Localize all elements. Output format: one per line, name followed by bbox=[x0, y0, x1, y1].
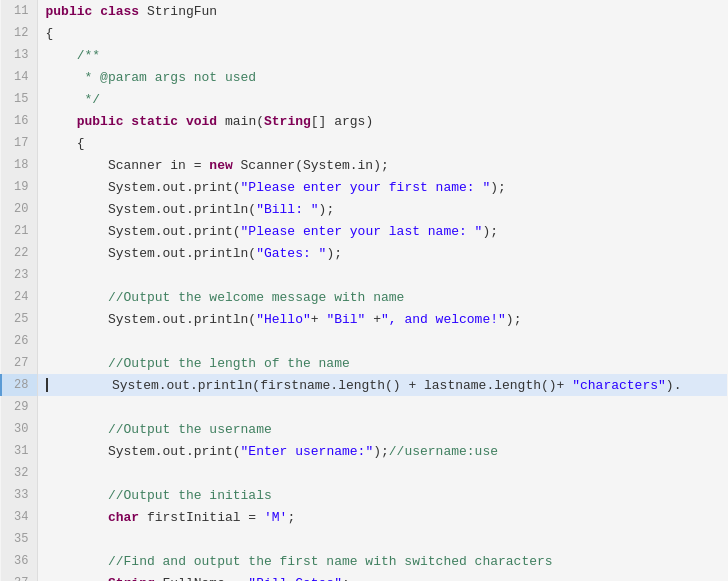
code-table: 11public class StringFun12{13 /**14 * @p… bbox=[0, 0, 728, 581]
code-token: ); bbox=[482, 224, 498, 239]
code-token: ); bbox=[373, 444, 389, 459]
table-row: 12{ bbox=[1, 22, 727, 44]
code-token: .out.print( bbox=[155, 224, 241, 239]
table-row: 16 public static void main(String[] args… bbox=[1, 110, 727, 132]
code-token: FullName = bbox=[155, 576, 249, 582]
line-number: 14 bbox=[1, 66, 37, 88]
line-content: System.out.println("Gates: "); bbox=[37, 242, 727, 264]
code-token: class bbox=[100, 4, 139, 19]
table-row: 18 Scanner in = new Scanner(System.in); bbox=[1, 154, 727, 176]
code-token: Scanner( bbox=[233, 158, 303, 173]
code-token: "characters" bbox=[572, 378, 666, 393]
code-token: * @param args not used bbox=[85, 70, 257, 85]
code-token: StringFun bbox=[139, 4, 217, 19]
code-token: .out.println( bbox=[155, 312, 256, 327]
table-row: 11public class StringFun bbox=[1, 0, 727, 22]
line-content bbox=[37, 330, 727, 352]
code-token: "Enter username:" bbox=[241, 444, 374, 459]
table-row: 22 System.out.println("Gates: "); bbox=[1, 242, 727, 264]
code-token: char bbox=[108, 510, 139, 525]
line-number: 23 bbox=[1, 264, 37, 286]
code-token: System bbox=[108, 224, 155, 239]
code-token bbox=[46, 114, 77, 129]
table-row: 33 //Output the initials bbox=[1, 484, 727, 506]
line-content: //Output the initials bbox=[37, 484, 727, 506]
code-token: ; bbox=[342, 576, 350, 582]
line-content: System.out.print("Please enter your firs… bbox=[37, 176, 727, 198]
code-token: System bbox=[108, 312, 155, 327]
code-token bbox=[92, 4, 100, 19]
line-content: */ bbox=[37, 88, 727, 110]
code-token bbox=[46, 312, 108, 327]
code-token bbox=[46, 224, 108, 239]
line-content: { bbox=[37, 132, 727, 154]
code-token: "Please enter your last name: " bbox=[241, 224, 483, 239]
table-row: 17 { bbox=[1, 132, 727, 154]
code-token: ); bbox=[326, 246, 342, 261]
line-number: 29 bbox=[1, 396, 37, 418]
line-content: //Output the welcome message with name bbox=[37, 286, 727, 308]
code-token: .out.print( bbox=[155, 444, 241, 459]
code-token bbox=[46, 246, 108, 261]
code-token: "Bil" bbox=[326, 312, 365, 327]
table-row: 30 //Output the username bbox=[1, 418, 727, 440]
line-number: 37 bbox=[1, 572, 37, 581]
line-number: 11 bbox=[1, 0, 37, 22]
code-token bbox=[46, 180, 108, 195]
line-number: 36 bbox=[1, 550, 37, 572]
line-number: 34 bbox=[1, 506, 37, 528]
table-row: 37 String FullName = "Bill Gates"; bbox=[1, 572, 727, 581]
code-token: .in); bbox=[350, 158, 389, 173]
table-row: 13 /** bbox=[1, 44, 727, 66]
code-token: "Hello" bbox=[256, 312, 311, 327]
table-row: 35 bbox=[1, 528, 727, 550]
line-number: 16 bbox=[1, 110, 37, 132]
code-token: void bbox=[186, 114, 217, 129]
code-token: System bbox=[108, 444, 155, 459]
code-token: /** bbox=[77, 48, 100, 63]
table-row: 32 bbox=[1, 462, 727, 484]
line-number: 18 bbox=[1, 154, 37, 176]
code-token bbox=[46, 444, 108, 459]
code-token bbox=[46, 488, 108, 503]
line-content: /** bbox=[37, 44, 727, 66]
code-token: ). bbox=[666, 378, 682, 393]
code-token: System bbox=[108, 202, 155, 217]
line-number: 17 bbox=[1, 132, 37, 154]
line-number: 28 bbox=[1, 374, 37, 396]
code-token bbox=[50, 378, 112, 393]
code-editor: 11public class StringFun12{13 /**14 * @p… bbox=[0, 0, 728, 581]
code-token bbox=[46, 422, 108, 437]
table-row: 21 System.out.print("Please enter your l… bbox=[1, 220, 727, 242]
code-token: System bbox=[108, 246, 155, 261]
code-token: //Output the initials bbox=[108, 488, 272, 503]
code-token: "Gates: " bbox=[256, 246, 326, 261]
code-token: //Output the welcome message with name bbox=[108, 290, 404, 305]
line-content: System.out.println("Bill: "); bbox=[37, 198, 727, 220]
code-token: { bbox=[46, 136, 85, 151]
code-token: //Output the username bbox=[108, 422, 272, 437]
code-token: main( bbox=[217, 114, 264, 129]
code-token: System bbox=[303, 158, 350, 173]
line-content bbox=[37, 396, 727, 418]
code-token bbox=[46, 356, 108, 371]
code-token: System bbox=[108, 180, 155, 195]
table-row: 27 //Output the length of the name bbox=[1, 352, 727, 374]
line-number: 22 bbox=[1, 242, 37, 264]
code-token: "Bill: " bbox=[256, 202, 318, 217]
table-row: 26 bbox=[1, 330, 727, 352]
code-token bbox=[46, 290, 108, 305]
code-token: .out.print( bbox=[155, 180, 241, 195]
line-content: System.out.print("Enter username:");//us… bbox=[37, 440, 727, 462]
code-token: ); bbox=[319, 202, 335, 217]
line-number: 33 bbox=[1, 484, 37, 506]
line-number: 31 bbox=[1, 440, 37, 462]
table-row: 19 System.out.print("Please enter your f… bbox=[1, 176, 727, 198]
line-content bbox=[37, 462, 727, 484]
code-token: ; bbox=[287, 510, 295, 525]
table-row: 24 //Output the welcome message with nam… bbox=[1, 286, 727, 308]
table-row: 29 bbox=[1, 396, 727, 418]
code-token bbox=[46, 92, 85, 107]
code-token bbox=[46, 576, 108, 582]
line-content bbox=[37, 528, 727, 550]
